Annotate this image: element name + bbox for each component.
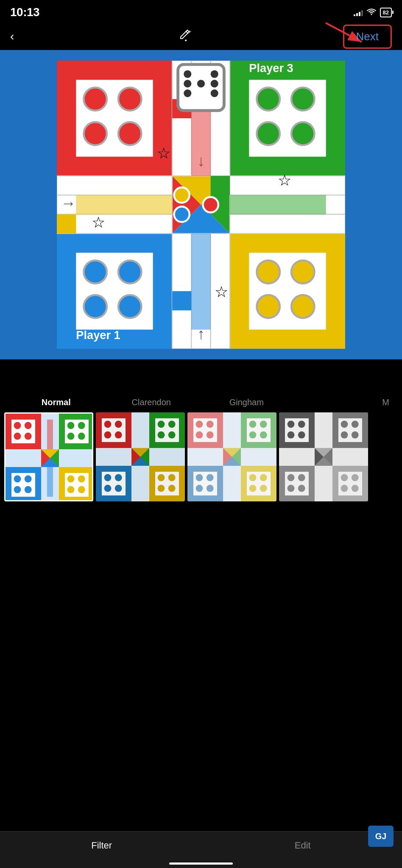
svg-text:Player 3: Player 3 [249, 61, 293, 75]
svg-rect-52 [230, 214, 345, 234]
filter-thumb-normal[interactable] [4, 412, 93, 501]
filter-tab[interactable]: Filter [91, 840, 112, 851]
filter-label: Filter [91, 840, 112, 851]
toolbar-items: Filter Edit [0, 840, 402, 851]
nav-bar: ‹ + ✦ Next [0, 23, 402, 50]
svg-point-125 [158, 431, 165, 439]
svg-point-196 [298, 474, 305, 481]
svg-rect-211 [279, 448, 315, 466]
svg-rect-111 [59, 449, 93, 467]
svg-point-9 [118, 87, 141, 110]
svg-point-135 [158, 474, 165, 481]
svg-point-163 [207, 474, 214, 481]
svg-point-35 [291, 295, 314, 318]
svg-rect-146 [149, 448, 185, 466]
wifi-icon [366, 8, 377, 17]
filter-m-label[interactable]: M [294, 398, 394, 407]
svg-point-118 [115, 421, 122, 428]
filter-area: Normal Clarendon Gingham M [0, 385, 402, 506]
svg-point-120 [115, 431, 122, 439]
svg-point-157 [260, 421, 267, 428]
svg-rect-212 [332, 448, 368, 466]
next-button[interactable]: Next [343, 25, 392, 49]
svg-point-78 [211, 89, 218, 97]
svg-text:☆: ☆ [278, 172, 291, 189]
svg-point-136 [168, 474, 176, 481]
svg-rect-145 [96, 448, 131, 466]
svg-point-137 [158, 485, 165, 492]
svg-text:→: → [61, 195, 76, 212]
svg-point-96 [14, 486, 21, 493]
filter-gingham-label[interactable]: Gingham [199, 398, 294, 407]
svg-point-124 [168, 421, 176, 428]
filter-thumb-clarendon[interactable] [96, 412, 185, 501]
battery-icon: 82 [380, 8, 392, 17]
status-time: 10:13 [10, 6, 39, 19]
svg-rect-176 [223, 412, 241, 448]
svg-point-152 [196, 431, 203, 439]
svg-rect-113 [47, 467, 53, 497]
svg-point-190 [352, 421, 359, 428]
filter-normal-label[interactable]: Normal [8, 398, 104, 407]
svg-point-191 [341, 431, 348, 439]
svg-point-170 [249, 485, 257, 492]
svg-rect-68 [191, 234, 210, 330]
svg-point-164 [196, 485, 203, 492]
svg-point-185 [288, 431, 295, 439]
ludo-board-image: Player 2 Player 3 Player 1 Player 4 [57, 61, 345, 349]
svg-point-17 [291, 87, 314, 110]
svg-point-10 [84, 122, 106, 145]
filter-thumb-m[interactable] [279, 412, 368, 501]
svg-point-8 [84, 87, 106, 110]
svg-point-195 [288, 474, 295, 481]
svg-point-97 [25, 486, 32, 493]
svg-point-197 [288, 485, 295, 492]
svg-point-72 [184, 70, 191, 78]
svg-point-129 [104, 474, 112, 481]
svg-point-101 [78, 476, 85, 483]
svg-point-102 [67, 486, 75, 493]
svg-point-91 [78, 433, 85, 440]
filter-clarendon-label[interactable]: Clarendon [104, 398, 199, 407]
svg-point-126 [168, 431, 176, 439]
svg-rect-143 [131, 412, 149, 448]
svg-point-73 [211, 70, 218, 78]
svg-rect-60 [57, 214, 76, 234]
edit-label: Edit [295, 840, 311, 851]
svg-point-153 [207, 431, 214, 439]
svg-point-192 [352, 431, 359, 439]
svg-point-75 [197, 80, 205, 87]
svg-point-89 [78, 422, 85, 429]
svg-point-158 [249, 431, 257, 439]
svg-point-150 [196, 421, 203, 428]
svg-point-204 [352, 485, 359, 492]
svg-point-88 [67, 422, 75, 429]
svg-point-198 [298, 485, 305, 492]
svg-text:☆: ☆ [215, 283, 228, 300]
svg-rect-112 [47, 420, 53, 449]
back-button[interactable]: ‹ [10, 30, 27, 43]
svg-point-18 [257, 122, 279, 145]
edit-enhance-icon[interactable]: + ✦ [176, 28, 193, 45]
svg-point-169 [260, 474, 267, 481]
svg-point-184 [298, 421, 305, 428]
svg-rect-69 [76, 195, 172, 214]
svg-text:✦: ✦ [184, 38, 187, 43]
status-bar: 10:13 82 [0, 0, 402, 23]
svg-point-85 [25, 433, 32, 440]
svg-rect-110 [6, 449, 41, 467]
signal-icon [354, 8, 363, 16]
svg-point-24 [84, 260, 106, 283]
svg-rect-58 [211, 176, 230, 195]
svg-point-203 [341, 485, 348, 492]
filter-thumb-gingham[interactable] [187, 412, 276, 501]
svg-point-94 [14, 476, 21, 483]
svg-point-201 [341, 474, 348, 481]
svg-rect-210 [315, 466, 332, 501]
watermark-text: GJ [375, 832, 387, 841]
main-image: Player 2 Player 3 Player 1 Player 4 [0, 50, 402, 359]
svg-text:+: + [188, 29, 191, 35]
svg-point-202 [352, 474, 359, 481]
svg-point-90 [67, 433, 75, 440]
edit-tab[interactable]: Edit [295, 840, 311, 851]
